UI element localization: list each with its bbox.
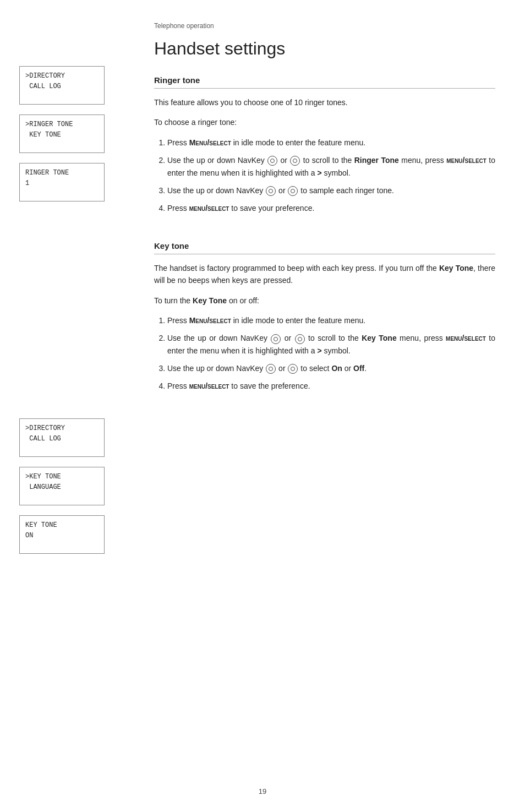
navkey-down-icon-3 (295, 334, 305, 344)
main-content: Handset settings Ringer tone This featur… (154, 39, 495, 400)
screen5-line2: LANGUAGE (25, 482, 99, 493)
phone-screen-4: >DIRECTORY CALL LOG (19, 418, 105, 457)
step1-1: Press Menu/select in idle mode to enter … (167, 137, 495, 149)
step1-2: Use the up or down NavKey or to scroll t… (167, 154, 495, 179)
phone-screen-3: RINGER TONE 1 (19, 163, 105, 201)
screen6-line2: ON (25, 531, 99, 541)
screen4-line2: CALL LOG (25, 434, 99, 444)
step1-1-menu: Menu/select (189, 138, 231, 147)
section-key-tone: Key tone The handset is factory programm… (154, 241, 495, 393)
section2-intro1: The handset is factory programmed to bee… (154, 262, 495, 287)
page-title: Handset settings (154, 39, 495, 59)
navkey-up-icon-4 (266, 364, 276, 374)
left-column-keytone: >DIRECTORY CALL LOG >KEY TONE LANGUAGE K… (19, 418, 116, 564)
section1-intro2: To choose a ringer tone: (154, 116, 495, 128)
left-column-ringer: >DIRECTORY CALL LOG >RINGER TONE KEY TON… (19, 66, 116, 211)
step2-3: Use the up or down NavKey or to select O… (167, 362, 495, 374)
section2-title: Key tone (154, 241, 495, 254)
menu-select-4: menu/select (446, 334, 486, 342)
step1-4: Press menu/select to save your preferenc… (167, 202, 495, 214)
navkey-down-icon-2 (288, 186, 298, 196)
step2-1-menu: Menu/select (189, 316, 231, 325)
menu-select-3: menu/select (189, 204, 229, 212)
screen2-line1: >RINGER TONE (25, 119, 99, 130)
step2-4: Press menu/select to save the preference… (167, 380, 495, 392)
section2-intro2: To turn the Key Tone on or off: (154, 295, 495, 307)
section-ringer-tone: Ringer tone This feature allows you to c… (154, 75, 495, 215)
on-label: On (331, 364, 342, 373)
breadcrumb: Telephone operation (154, 22, 214, 30)
screen1-line2: CALL LOG (25, 81, 99, 92)
screen2-line2: KEY TONE (25, 130, 99, 140)
key-tone-label: Key Tone (439, 264, 473, 273)
step2-1: Press Menu/select in idle mode to enter … (167, 314, 495, 326)
navkey-up-icon-3 (271, 334, 281, 344)
section1-title: Ringer tone (154, 75, 495, 89)
navkey-up-icon-2 (266, 186, 276, 196)
ringer-tone-label: Ringer Tone (354, 156, 399, 165)
phone-screen-1: >DIRECTORY CALL LOG (19, 66, 105, 105)
key-tone-label-2: Key Tone (193, 296, 227, 305)
screen5-line1: >KEY TONE (25, 472, 99, 482)
section2-steps: Press Menu/select in idle mode to enter … (154, 314, 495, 393)
phone-screen-2: >RINGER TONE KEY TONE (19, 115, 105, 153)
navkey-down-icon-4 (288, 364, 298, 374)
screen6-line1: KEY TONE (25, 520, 99, 531)
screen4-line1: >DIRECTORY (25, 423, 99, 434)
key-tone-menu-label: Key Tone (362, 334, 397, 342)
off-label: Off (353, 364, 364, 373)
screen1-line1: >DIRECTORY (25, 71, 99, 81)
phone-screen-6: KEY TONE ON (19, 515, 105, 554)
phone-screen-5: >KEY TONE LANGUAGE (19, 467, 105, 505)
menu-select-2: menu/select (446, 156, 486, 165)
navkey-down-icon (290, 156, 300, 166)
screen3-line2: 1 (25, 178, 99, 189)
navkey-up-icon (267, 156, 277, 166)
section1-steps: Press Menu/select in idle mode to enter … (154, 137, 495, 215)
menu-select-5: menu/select (189, 382, 229, 390)
step2-2: Use the up or down NavKey or to scroll t… (167, 332, 495, 357)
page-number: 19 (259, 787, 266, 795)
screen3-line1: RINGER TONE (25, 168, 99, 178)
page: Telephone operation >DIRECTORY CALL LOG … (0, 0, 525, 812)
section1-intro1: This feature allows you to choose one of… (154, 96, 495, 108)
step1-3: Use the up or down NavKey or to sample e… (167, 184, 495, 197)
